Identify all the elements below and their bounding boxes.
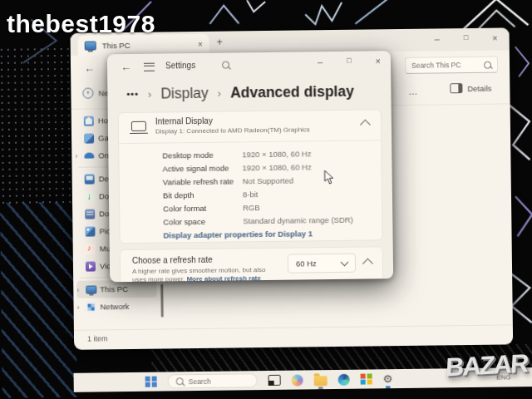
settings-app-title: Settings xyxy=(165,61,195,70)
search-icon[interactable] xyxy=(222,62,229,69)
item-count: 1 item xyxy=(87,334,108,342)
settings-maximize-button[interactable]: □ xyxy=(347,57,352,66)
copilot-icon xyxy=(292,374,303,386)
new-tab-button[interactable]: + xyxy=(217,37,223,48)
mouse-cursor xyxy=(324,170,335,185)
display-properties-list: Desktop mode 1920 × 1080, 60 Hz Active s… xyxy=(119,146,382,229)
more-options-button[interactable]: … xyxy=(408,86,418,96)
tab-close-icon[interactable]: × xyxy=(198,39,203,48)
expand-chevron-icon[interactable]: › xyxy=(75,151,77,160)
taskbar-search-input[interactable]: Search xyxy=(168,373,258,388)
chevron-right-icon: › xyxy=(148,87,152,100)
desktop-icon xyxy=(85,174,95,184)
settings-close-button[interactable]: × xyxy=(375,56,381,66)
store-button[interactable] xyxy=(361,373,372,385)
explorer-close-button[interactable]: × xyxy=(492,33,498,43)
this-pc-icon xyxy=(85,41,96,50)
gallery-icon xyxy=(84,133,94,143)
music-icon xyxy=(86,244,96,254)
folder-icon xyxy=(314,376,328,386)
documents-icon xyxy=(85,209,95,219)
copilot-button[interactable] xyxy=(292,374,303,386)
monitor-photo: This PC × + – □ × ← Search This PC xyxy=(0,0,532,399)
page-title: Advanced display xyxy=(230,82,354,101)
internal-display-header[interactable]: Internal Display Display 1: Connected to… xyxy=(119,110,381,144)
settings-window: ← Settings – □ × ••• › Display › Advance… xyxy=(107,51,393,282)
display-icon xyxy=(131,121,146,131)
collapse-chevron-icon[interactable] xyxy=(362,259,373,269)
chevron-down-icon xyxy=(340,258,348,266)
this-pc-icon xyxy=(86,285,96,293)
expand-chevron-icon[interactable]: › xyxy=(76,285,79,293)
onedrive-icon xyxy=(84,150,94,160)
videos-icon xyxy=(86,261,96,271)
taskbar-search-placeholder: Search xyxy=(189,377,211,385)
task-view-icon xyxy=(268,375,281,386)
sidebar-item-this-pc[interactable]: › This PC xyxy=(76,280,156,298)
details-pane-icon xyxy=(450,83,462,93)
menu-icon[interactable] xyxy=(144,63,155,71)
settings-titlebar: ← Settings – □ × xyxy=(107,51,391,79)
network-icon xyxy=(86,302,96,312)
expand-chevron-icon[interactable]: › xyxy=(77,303,80,311)
internal-display-card: Internal Display Display 1: Connected to… xyxy=(118,109,383,244)
display-adapter-properties-link[interactable]: Display adapter properties for Display 1 xyxy=(163,229,313,239)
downloads-icon xyxy=(85,191,95,201)
internal-display-title: Internal Display xyxy=(155,116,213,126)
explorer-search-placeholder: Search This PC xyxy=(411,61,461,70)
search-icon xyxy=(484,61,491,68)
refresh-rate-title: Choose a refresh rate xyxy=(132,255,213,265)
details-button[interactable]: Details xyxy=(450,83,491,94)
breadcrumb-ellipsis-button[interactable]: ••• xyxy=(126,89,139,99)
plus-icon: + xyxy=(82,88,93,99)
refresh-rate-card: Choose a refresh rate A higher rate give… xyxy=(120,246,384,282)
breadcrumb: ••• › Display › Advanced display xyxy=(107,77,391,107)
internal-display-subtitle: Display 1: Connected to AMD Radeon(TM) G… xyxy=(155,126,310,135)
search-icon xyxy=(176,377,184,385)
back-icon[interactable]: ← xyxy=(121,61,131,73)
explorer-minimize-button[interactable]: – xyxy=(435,33,440,43)
pictures-icon xyxy=(85,226,95,236)
breadcrumb-display[interactable]: Display xyxy=(160,84,209,102)
sidebar-scrollbar[interactable] xyxy=(160,284,163,318)
chevron-right-icon: › xyxy=(218,86,222,99)
property-row: Color space Standard dynamic range (SDR) xyxy=(120,213,382,229)
start-button[interactable] xyxy=(145,376,157,387)
bazar-logo: BAZAR xyxy=(445,348,528,382)
edge-button[interactable] xyxy=(338,373,350,385)
sidebar-item-network[interactable]: › Network xyxy=(73,298,160,316)
windows-logo-icon xyxy=(145,376,157,387)
settings-taskbar-button[interactable]: ⚙ xyxy=(383,373,393,385)
explorer-search-input[interactable]: Search This PC xyxy=(405,57,498,74)
watermark-text: thebest1978 xyxy=(7,10,155,38)
explorer-maximize-button[interactable]: □ xyxy=(464,33,469,43)
refresh-rate-value: 60 Hz xyxy=(296,259,317,268)
gear-icon: ⚙ xyxy=(383,373,393,385)
settings-minimize-button[interactable]: – xyxy=(318,57,323,66)
back-icon[interactable]: ← xyxy=(84,62,95,75)
home-icon xyxy=(84,116,94,126)
refresh-rate-dropdown[interactable]: 60 Hz xyxy=(288,254,356,273)
microsoft-store-icon xyxy=(361,373,372,385)
tab-title: This PC xyxy=(102,40,192,50)
file-explorer-button[interactable] xyxy=(314,374,328,386)
task-view-button[interactable] xyxy=(268,375,281,386)
edge-icon xyxy=(338,373,350,385)
details-button-label: Details xyxy=(467,83,491,92)
